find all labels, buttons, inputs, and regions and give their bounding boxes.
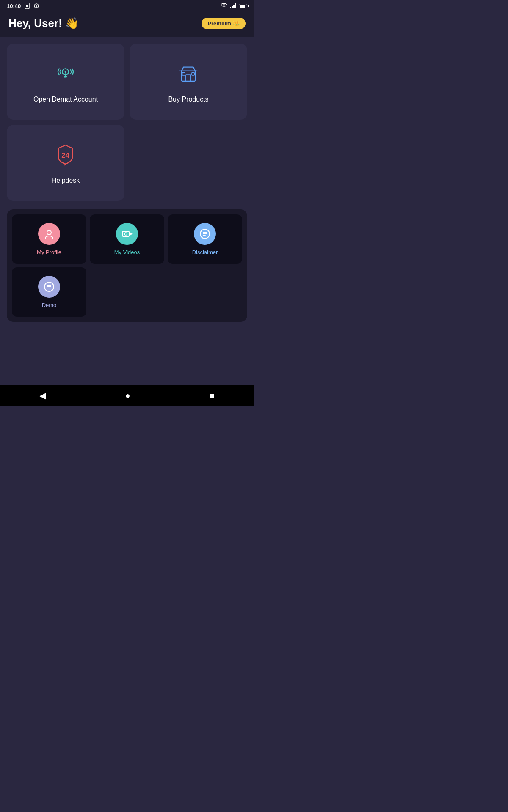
svg-rect-1: [26, 5, 28, 7]
my-profile-card[interactable]: My Profile: [12, 214, 86, 264]
empty-cell: [130, 125, 247, 201]
disclaimer-label: Disclaimer: [192, 249, 218, 255]
demo-icon: [38, 276, 60, 298]
profile-icon: [38, 223, 60, 245]
crown-icon: 👑: [233, 20, 240, 27]
svg-marker-19: [130, 232, 133, 236]
signal-bars-icon: [230, 3, 236, 8]
svg-rect-14: [192, 73, 194, 75]
my-profile-label: My Profile: [37, 249, 61, 255]
svg-rect-17: [122, 231, 129, 236]
recent-button[interactable]: ■: [209, 391, 214, 401]
status-bar-left: 10:40 S: [7, 3, 39, 9]
status-bar-right: [221, 3, 247, 8]
nav-bar: ◀ ● ■: [0, 385, 254, 406]
header: Hey, User! 👋 Premium 👑: [0, 12, 254, 37]
sim1-icon: [24, 3, 30, 9]
svg-rect-12: [186, 75, 191, 81]
my-videos-label: My Videos: [114, 249, 140, 255]
disclaimer-card[interactable]: Disclaimer: [168, 214, 242, 264]
wifi-icon: [221, 3, 227, 8]
open-demat-account-label: Open Demat Account: [33, 96, 98, 103]
open-demat-account-card[interactable]: ( ) Open Demat Account: [7, 44, 124, 120]
videos-icon: [116, 223, 138, 245]
shop-icon: [176, 60, 201, 87]
svg-text:S: S: [36, 5, 38, 8]
second-row-grid: 24 Helpdesk: [7, 125, 247, 201]
premium-badge[interactable]: Premium 👑: [202, 18, 246, 29]
my-videos-card[interactable]: My Videos: [90, 214, 164, 264]
battery-icon: [239, 4, 247, 8]
demo-card[interactable]: Demo: [12, 267, 86, 317]
helpdesk-card[interactable]: 24 Helpdesk: [7, 125, 124, 201]
demo-label: Demo: [42, 302, 57, 308]
svg-rect-13: [182, 73, 185, 75]
svg-point-16: [47, 230, 51, 235]
bottom-row2: Demo: [12, 267, 242, 317]
buy-products-card[interactable]: Buy Products: [130, 44, 247, 120]
demat-icon: ( ): [53, 60, 78, 87]
status-time: 10:40: [7, 3, 21, 9]
bottom-row1: My Profile My Videos: [12, 214, 242, 264]
svg-text:24: 24: [61, 151, 69, 159]
main-content: ( ) Open Demat Account: [0, 37, 254, 384]
helpdesk-icon: 24: [53, 141, 78, 168]
header-greeting: Hey, User! 👋: [8, 17, 79, 30]
bottom-section: My Profile My Videos: [7, 209, 247, 322]
helpdesk-label: Helpdesk: [52, 177, 80, 184]
status-bar: 10:40 S: [0, 0, 254, 12]
svg-point-10: [65, 71, 66, 73]
svg-point-18: [124, 233, 127, 235]
sim2-icon: S: [33, 3, 39, 9]
empty-cell-3: [168, 267, 242, 317]
disclaimer-icon: [194, 223, 216, 245]
empty-cell-2: [90, 267, 164, 317]
back-button[interactable]: ◀: [39, 390, 46, 401]
premium-label: Premium: [207, 20, 231, 27]
home-button[interactable]: ●: [125, 391, 130, 401]
buy-products-label: Buy Products: [168, 96, 208, 103]
top-cards-grid: ( ) Open Demat Account: [7, 44, 247, 120]
